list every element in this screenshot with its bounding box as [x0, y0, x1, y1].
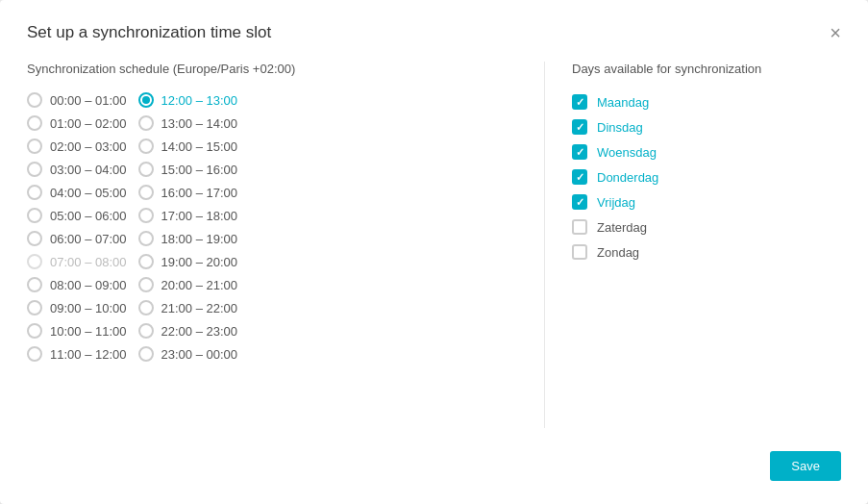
day-checkbox[interactable] [572, 219, 587, 235]
time-slot-label: 04:00 – 05:00 [50, 186, 127, 200]
radio-circle[interactable] [27, 115, 42, 131]
time-slot-row[interactable]: 17:00 – 18:00 [138, 205, 238, 226]
day-checkbox[interactable] [572, 119, 587, 135]
day-label: Dinsdag [597, 120, 643, 135]
time-slot-row[interactable]: 20:00 – 21:00 [138, 274, 238, 295]
radio-circle[interactable] [138, 115, 154, 131]
radio-circle[interactable] [138, 323, 154, 339]
time-slot-row[interactable]: 08:00 – 09:00 [27, 274, 127, 295]
radio-circle[interactable] [27, 277, 42, 292]
radio-circle[interactable] [138, 162, 154, 177]
time-slot-label: 02:00 – 03:00 [50, 139, 127, 154]
radio-inner [142, 96, 150, 104]
day-label: Maandag [597, 95, 649, 110]
day-row[interactable]: Maandag [572, 89, 841, 114]
time-slot-row[interactable]: 23:00 – 00:00 [138, 343, 238, 365]
save-button[interactable]: Save [770, 451, 841, 481]
time-slot-row[interactable]: 01:00 – 02:00 [27, 113, 127, 134]
time-slot-label: 15:00 – 16:00 [161, 163, 238, 177]
section-divider [544, 62, 545, 428]
radio-circle[interactable] [138, 231, 154, 246]
day-checkbox[interactable] [572, 169, 587, 185]
radio-circle[interactable] [27, 300, 42, 315]
radio-circle[interactable] [138, 277, 154, 292]
time-slot-label: 05:00 – 06:00 [50, 209, 127, 223]
close-button[interactable]: × [830, 23, 841, 42]
day-checkbox[interactable] [572, 94, 587, 110]
time-slot-label: 17:00 – 18:00 [161, 209, 238, 223]
time-slot-label: 08:00 – 09:00 [50, 278, 127, 292]
radio-circle[interactable] [27, 231, 42, 246]
dialog-content: Synchronization schedule (Europe/Paris +… [27, 62, 841, 428]
time-slot-row[interactable]: 22:00 – 23:00 [138, 320, 238, 341]
time-slot-row[interactable]: 16:00 – 17:00 [138, 182, 238, 203]
radio-circle[interactable] [138, 346, 154, 362]
time-slot-row[interactable]: 00:00 – 01:00 [27, 89, 127, 111]
radio-circle[interactable] [138, 139, 154, 154]
day-label: Woensdag [597, 145, 657, 160]
radio-circle[interactable] [138, 208, 154, 223]
time-slot-row[interactable]: 03:00 – 04:00 [27, 159, 127, 180]
time-slot-row[interactable]: 15:00 – 16:00 [138, 159, 238, 180]
day-checkbox[interactable] [572, 194, 587, 210]
time-slot-label: 09:00 – 10:00 [50, 301, 127, 315]
time-slot-label: 18:00 – 19:00 [161, 232, 238, 246]
radio-circle[interactable] [138, 185, 154, 200]
radio-circle[interactable] [27, 346, 42, 362]
radio-circle[interactable] [27, 162, 42, 177]
time-slot-row[interactable]: 10:00 – 11:00 [27, 320, 127, 341]
radio-circle[interactable] [27, 323, 42, 339]
radio-circle[interactable] [27, 185, 42, 200]
time-slot-label: 03:00 – 04:00 [50, 163, 127, 177]
day-label: Zaterdag [597, 220, 647, 235]
day-row[interactable]: Zaterdag [572, 214, 841, 239]
sync-dialog: Set up a synchronization time slot × Syn… [0, 0, 868, 504]
schedule-section-label: Synchronization schedule (Europe/Paris +… [27, 62, 517, 76]
dialog-title: Set up a synchronization time slot [27, 23, 271, 42]
time-slot-label: 13:00 – 14:00 [161, 116, 238, 131]
time-slot-label: 22:00 – 23:00 [161, 324, 238, 339]
time-slot-row[interactable]: 02:00 – 03:00 [27, 136, 127, 157]
time-slot-label: 19:00 – 20:00 [161, 255, 238, 269]
day-row[interactable]: Vrijdag [572, 189, 841, 214]
dialog-header: Set up a synchronization time slot × [27, 23, 841, 42]
day-row[interactable]: Dinsdag [572, 114, 841, 139]
time-slot-label: 10:00 – 11:00 [50, 324, 127, 339]
time-slot-label: 07:00 – 08:00 [50, 255, 127, 269]
time-slot-label: 23:00 – 00:00 [161, 347, 238, 362]
dialog-footer: Save [27, 451, 841, 481]
time-slot-row[interactable]: 18:00 – 19:00 [138, 228, 238, 249]
radio-circle[interactable] [27, 254, 42, 269]
time-slot-label: 01:00 – 02:00 [50, 116, 127, 131]
time-slot-label: 14:00 – 15:00 [161, 139, 238, 154]
time-slot-row[interactable]: 07:00 – 08:00 [27, 251, 127, 272]
schedule-section: Synchronization schedule (Europe/Paris +… [27, 62, 517, 428]
time-slot-row[interactable]: 05:00 – 06:00 [27, 205, 127, 226]
day-row[interactable]: Zondag [572, 239, 841, 265]
time-slot-row[interactable]: 11:00 – 12:00 [27, 343, 127, 365]
days-section: Days available for synchronization Maand… [572, 62, 841, 428]
day-checkbox[interactable] [572, 244, 587, 260]
radio-circle[interactable] [27, 208, 42, 223]
time-slot-row[interactable]: 09:00 – 10:00 [27, 297, 127, 318]
day-label: Donderdag [597, 170, 658, 185]
time-slot-row[interactable]: 04:00 – 05:00 [27, 182, 127, 203]
radio-circle[interactable] [138, 254, 154, 269]
time-slot-row[interactable]: 19:00 – 20:00 [138, 251, 238, 272]
time-slot-label: 06:00 – 07:00 [50, 232, 127, 246]
day-row[interactable]: Woensdag [572, 139, 841, 164]
time-slot-row[interactable]: 13:00 – 14:00 [138, 113, 238, 134]
days-section-label: Days available for synchronization [572, 62, 841, 76]
radio-circle[interactable] [27, 92, 42, 108]
radio-circle[interactable] [27, 139, 42, 154]
day-checkbox[interactable] [572, 144, 587, 160]
time-slot-row[interactable]: 21:00 – 22:00 [138, 297, 238, 318]
radio-circle[interactable] [138, 300, 154, 315]
time-slot-label: 00:00 – 01:00 [50, 93, 127, 108]
time-slot-row[interactable]: 06:00 – 07:00 [27, 228, 127, 249]
days-list: MaandagDinsdagWoensdagDonderdagVrijdagZa… [572, 89, 841, 265]
time-slot-row[interactable]: 12:00 – 13:00 [138, 89, 238, 111]
day-row[interactable]: Donderdag [572, 164, 841, 189]
time-slot-row[interactable]: 14:00 – 15:00 [138, 136, 238, 157]
radio-circle[interactable] [138, 92, 154, 108]
